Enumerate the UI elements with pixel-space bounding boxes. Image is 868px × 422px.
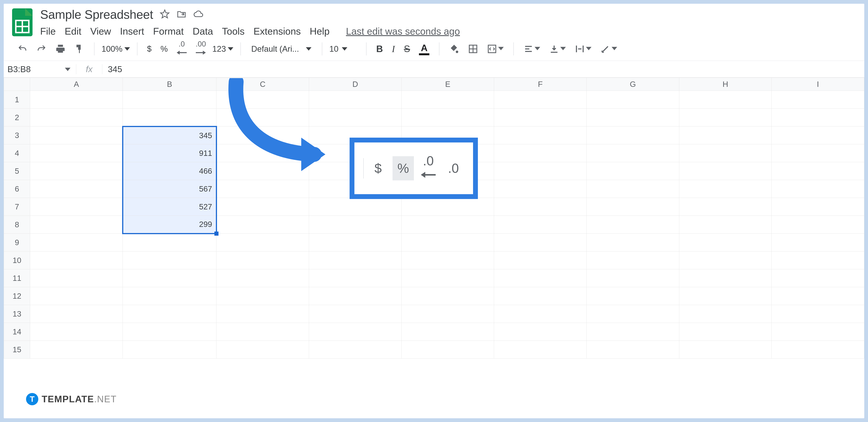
cell[interactable]: [216, 323, 309, 341]
format-percent-button[interactable]: %: [393, 156, 414, 180]
name-box[interactable]: B3:B8: [4, 64, 76, 74]
strikethrough-button[interactable]: S: [401, 42, 413, 56]
cell[interactable]: [309, 323, 402, 341]
cell[interactable]: [30, 287, 123, 305]
merge-cells-button[interactable]: [485, 42, 506, 56]
cell[interactable]: [494, 216, 587, 234]
print-button[interactable]: [53, 42, 68, 56]
column-header[interactable]: F: [494, 78, 587, 91]
cell[interactable]: [494, 162, 587, 180]
cell[interactable]: [30, 305, 123, 323]
cell[interactable]: [494, 91, 587, 109]
cell[interactable]: [494, 126, 587, 144]
more-formats-button[interactable]: 123: [212, 44, 234, 54]
cell[interactable]: [30, 180, 123, 198]
cell[interactable]: [587, 91, 679, 109]
cell[interactable]: 466: [123, 162, 216, 180]
cell[interactable]: [216, 198, 309, 216]
cell[interactable]: [587, 234, 679, 251]
select-all-corner[interactable]: [4, 78, 30, 91]
fill-handle[interactable]: [214, 232, 218, 236]
bold-button[interactable]: B: [374, 42, 385, 56]
cell[interactable]: [30, 144, 123, 162]
cell[interactable]: 299: [123, 216, 216, 234]
undo-button[interactable]: [15, 42, 30, 56]
column-header[interactable]: I: [772, 78, 864, 91]
row-header[interactable]: 5: [4, 162, 30, 180]
cell[interactable]: [401, 269, 494, 287]
menu-tools[interactable]: Tools: [222, 26, 245, 37]
italic-button[interactable]: I: [389, 42, 398, 56]
cell[interactable]: [679, 180, 772, 198]
row-header[interactable]: 1: [4, 91, 30, 109]
row-header[interactable]: 8: [4, 216, 30, 234]
cell[interactable]: [772, 341, 864, 359]
column-header[interactable]: E: [401, 78, 494, 91]
cell[interactable]: [216, 91, 309, 109]
cell[interactable]: [494, 180, 587, 198]
row-header[interactable]: 15: [4, 341, 30, 359]
cell[interactable]: [216, 234, 309, 251]
cell[interactable]: [587, 287, 679, 305]
column-header[interactable]: A: [30, 78, 123, 91]
decrease-decimal-button[interactable]: .0: [417, 156, 439, 180]
cell[interactable]: [123, 287, 216, 305]
cell[interactable]: [587, 269, 679, 287]
menu-file[interactable]: File: [40, 26, 56, 37]
cell[interactable]: [216, 305, 309, 323]
cell[interactable]: [401, 109, 494, 126]
cell[interactable]: [772, 323, 864, 341]
spreadsheet-grid[interactable]: ABCDEFGHI1233454911546665677527829991011…: [4, 78, 864, 418]
cell[interactable]: [587, 216, 679, 234]
cell[interactable]: [123, 234, 216, 251]
move-icon[interactable]: [177, 9, 186, 20]
cell[interactable]: [309, 234, 402, 251]
font-size-select[interactable]: 10: [329, 44, 359, 54]
cell[interactable]: [772, 144, 864, 162]
cell[interactable]: 911: [123, 144, 216, 162]
cell[interactable]: [679, 269, 772, 287]
cell[interactable]: [587, 305, 679, 323]
cell[interactable]: [587, 109, 679, 126]
zoom-select[interactable]: 100%: [101, 44, 130, 54]
cell[interactable]: [587, 323, 679, 341]
cell[interactable]: [401, 305, 494, 323]
cell[interactable]: [123, 305, 216, 323]
cell[interactable]: [679, 305, 772, 323]
cell[interactable]: [401, 341, 494, 359]
cell[interactable]: [679, 144, 772, 162]
cell[interactable]: [30, 198, 123, 216]
format-currency-button[interactable]: $: [367, 156, 389, 180]
cell[interactable]: [30, 162, 123, 180]
formula-input[interactable]: 345: [102, 64, 864, 74]
cell[interactable]: [679, 109, 772, 126]
cell[interactable]: [679, 287, 772, 305]
cell[interactable]: [772, 126, 864, 144]
horizontal-align-button[interactable]: [521, 42, 543, 56]
cell[interactable]: [401, 287, 494, 305]
cell[interactable]: [401, 216, 494, 234]
cell[interactable]: [772, 162, 864, 180]
cell[interactable]: [772, 109, 864, 126]
document-title[interactable]: Sample Spreadsheet: [40, 7, 153, 22]
cell[interactable]: [123, 91, 216, 109]
cell[interactable]: [309, 269, 402, 287]
cell[interactable]: [772, 269, 864, 287]
cell[interactable]: [494, 305, 587, 323]
cell[interactable]: [772, 305, 864, 323]
cell[interactable]: [401, 91, 494, 109]
cell[interactable]: [30, 341, 123, 359]
increase-decimal-button[interactable]: .0: [443, 156, 464, 180]
cell[interactable]: [587, 126, 679, 144]
cell[interactable]: [216, 162, 309, 180]
cloud-status-icon[interactable]: [193, 9, 203, 20]
cell[interactable]: [587, 251, 679, 269]
cell[interactable]: [30, 91, 123, 109]
cell[interactable]: 527: [123, 198, 216, 216]
cell[interactable]: [494, 251, 587, 269]
fill-color-button[interactable]: [446, 42, 462, 56]
last-edit-link[interactable]: Last edit was seconds ago: [346, 26, 460, 37]
row-header[interactable]: 6: [4, 180, 30, 198]
cell[interactable]: [772, 251, 864, 269]
cell[interactable]: [679, 234, 772, 251]
